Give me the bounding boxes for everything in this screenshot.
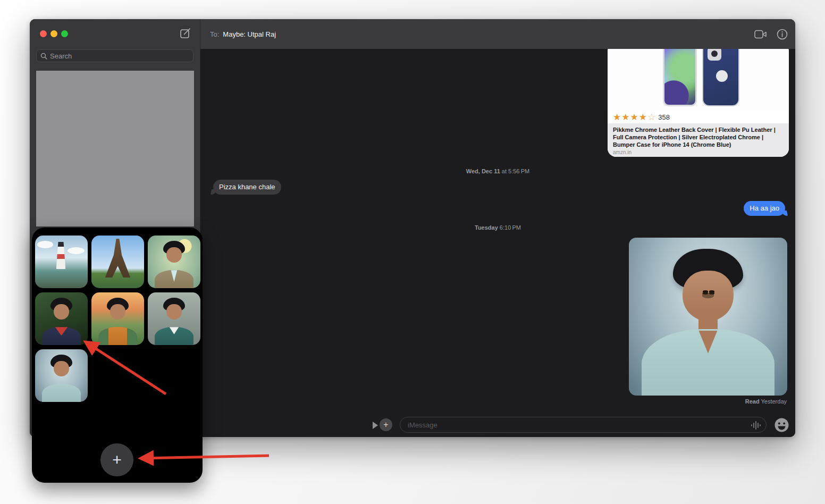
search-icon [40,53,47,60]
product-domain: amzn.in [613,149,784,155]
link-preview-card[interactable]: ★ ★ ★ ★ ☆ 358 Pikkme Chrome Leather Back… [608,49,789,157]
avatar-face [110,304,126,320]
thumbnail-man-teal-sweater[interactable] [148,292,200,345]
apps-plus-button[interactable]: + [380,418,392,431]
avatar-shirt [642,329,775,396]
avatar-body [155,270,193,288]
details-button[interactable] [777,29,788,40]
conversation-transcript: ★ ★ ★ ★ ☆ 358 Pikkme Chrome Leather Back… [200,49,795,437]
thumbnail-boy-sunset-meadow[interactable] [91,292,144,345]
info-icon [777,29,788,40]
avatar-body [42,384,81,402]
read-label: Read [745,398,760,405]
thumbnail-eiffel-tower[interactable] [91,236,144,288]
thumbnail-man-tan-blazer[interactable] [148,236,200,288]
avatar-beard [702,293,714,298]
cloud-shape [37,241,53,248]
timestamp: Wed, Dec 11 at 5:56 PM [200,168,795,174]
compose-button[interactable] [179,27,192,40]
search-input[interactable] [50,52,189,60]
rating-count: 358 [658,113,670,121]
timestamp-time: 6:10 PM [498,224,521,231]
read-time: Yesterday [760,398,787,405]
star-outline-icon: ☆ [647,113,655,122]
close-window-button[interactable] [40,30,47,37]
video-camera-icon [754,30,767,39]
lighthouse-shape [56,242,66,269]
avatar-face [54,304,70,320]
conversation-list-placeholder [36,71,194,226]
smiley-icon [774,417,789,433]
received-message-bubble: Pizza khane chale [213,180,281,195]
timestamp: Tuesday 6:10 PM [200,224,795,231]
product-image [608,49,789,111]
search-field[interactable] [36,49,193,62]
message-field[interactable] [400,417,767,433]
avatar-face [166,247,182,263]
add-photo-button[interactable]: + [100,443,133,476]
sent-photo-message[interactable] [629,238,787,396]
star-icon: ★ [621,113,629,122]
minimize-window-button[interactable] [50,30,57,37]
timestamp-time: at 5:56 PM [500,168,529,174]
emoji-picker-button[interactable] [774,417,789,433]
logo-cutout [716,70,728,82]
message-input-bar: + [371,413,795,437]
star-icon: ★ [639,113,647,122]
sent-message-bubble: Ha aa jao [744,201,785,216]
avatar-face [166,304,182,320]
facetime-button[interactable] [754,30,767,39]
avatar-collar [698,331,717,354]
thumbnail-man-teal-shirt[interactable] [35,349,88,402]
chevron-right-icon[interactable] [373,422,378,429]
product-rating: ★ ★ ★ ★ ☆ 358 [608,111,789,123]
traffic-lights [40,30,68,37]
phone-front-image [663,49,697,106]
phone-case-image [702,49,739,106]
compose-icon [179,27,192,40]
recipient-name: Maybe: Utpal Raj [223,30,276,38]
thumbnail-man-red-hoodie[interactable] [35,292,88,345]
camera-cutout [708,49,721,61]
message-input[interactable] [408,421,748,429]
audio-waveform-icon[interactable] [751,421,761,430]
avatar-face [54,361,70,377]
timestamp-date: Wed, Dec 11 [466,168,500,174]
star-icon: ★ [613,113,621,122]
star-icon: ★ [630,113,638,122]
avatar-body [42,327,81,345]
photo-picker-panel: + [32,228,203,483]
avatar-body [155,327,193,345]
cloud-shape [68,247,85,254]
timestamp-date: Tuesday [475,224,498,231]
photo-grid [32,228,203,410]
to-label: To: [210,30,219,38]
product-title: Pikkme Chrome Leather Back Cover | Flexi… [613,127,784,148]
conversation-header: To: Maybe: Utpal Raj [200,19,795,49]
avatar-body [98,327,137,345]
read-receipt: Read Yesterday [745,398,787,405]
avatar-face [683,271,733,321]
zoom-window-button[interactable] [61,30,68,37]
eiffel-tower-shape [105,239,131,278]
thumbnail-lighthouse[interactable] [35,236,88,288]
